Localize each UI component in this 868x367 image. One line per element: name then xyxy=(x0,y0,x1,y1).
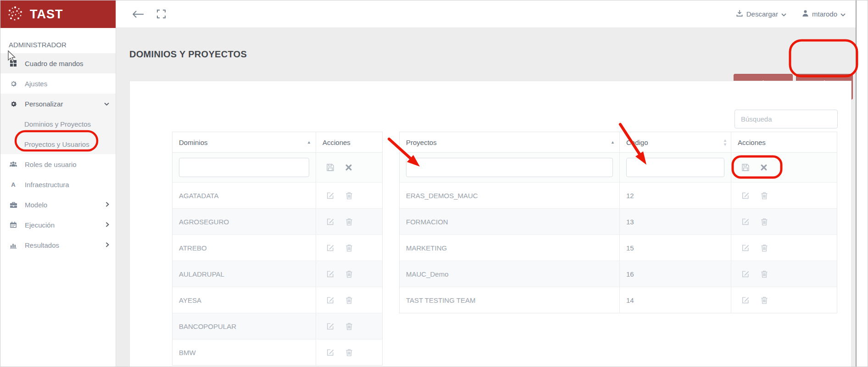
trash-icon[interactable] xyxy=(345,323,353,330)
trash-icon[interactable] xyxy=(345,244,353,252)
dominio-name-cell: AYESA xyxy=(172,287,316,313)
codigo-column-header[interactable]: Codigo ▲▼ xyxy=(619,132,731,152)
row-actions-cell xyxy=(316,183,382,208)
trash-icon[interactable] xyxy=(761,218,768,226)
dominio-row: AGROSEGURO xyxy=(172,208,382,234)
content-card: Dominios ▲ Acciones xyxy=(129,81,851,367)
sidebar: TAST ADMINISTRADOR Cuadro de mandos xyxy=(0,0,116,367)
sidebar-nav: Cuadro de mandos Ajustes Pe xyxy=(0,53,116,255)
users-icon xyxy=(9,161,18,168)
dominios-filter-cell xyxy=(172,153,316,182)
proyecto-code-cell: 14 xyxy=(619,287,731,313)
descargar-label: Descargar xyxy=(746,10,778,18)
clear-filter-icon[interactable] xyxy=(345,164,352,171)
main-content: DOMINIOS Y PROYECTOS + Nuevo dominio + N… xyxy=(116,28,856,367)
sidebar-item-label: Personalizar xyxy=(25,100,63,108)
trash-icon[interactable] xyxy=(761,270,768,278)
proyectos-column-header[interactable]: Proyectos ▲ xyxy=(400,132,619,152)
grid-icon xyxy=(9,60,18,67)
dominios-column-header[interactable]: Dominios ▲ xyxy=(172,132,316,152)
save-icon[interactable] xyxy=(326,163,334,172)
search-input[interactable] xyxy=(734,110,838,128)
dominio-name-cell: BANCOPOPULAR xyxy=(172,313,316,339)
briefcase-icon xyxy=(9,201,18,208)
codigo-filter-input[interactable] xyxy=(626,158,724,177)
dominio-name-cell: AGATADATA xyxy=(172,183,316,208)
edit-icon[interactable] xyxy=(326,217,334,226)
sidebar-subitem-label: Proyectos y Usuarios xyxy=(24,140,89,148)
sidebar-item-ejecucion[interactable]: Ejecución xyxy=(0,215,116,235)
topbar: Descargar mtarodo xyxy=(116,0,856,28)
trash-icon[interactable] xyxy=(761,244,768,252)
sidebar-item-ajustes[interactable]: Ajustes xyxy=(0,73,116,94)
dominio-row: ATREBO xyxy=(172,234,382,261)
edit-icon[interactable] xyxy=(326,244,334,252)
sidebar-subitem-label: Dominios y Proyectos xyxy=(24,120,91,128)
trash-icon[interactable] xyxy=(345,349,353,356)
row-actions-cell xyxy=(316,261,382,287)
sidebar-item-personalizar[interactable]: Personalizar xyxy=(0,94,116,114)
sidebar-subitem-dominios-y-proyectos[interactable]: Dominios y Proyectos xyxy=(0,114,116,134)
brand-logo[interactable]: TAST xyxy=(0,0,116,28)
sidebar-item-infraestructura[interactable]: A Infraestructura xyxy=(0,174,116,195)
chevron-down-icon xyxy=(104,100,109,108)
back-arrow-icon[interactable] xyxy=(132,10,144,18)
save-icon[interactable] xyxy=(741,163,750,172)
edit-icon[interactable] xyxy=(326,270,334,278)
proyectos-filter-input[interactable] xyxy=(406,158,613,177)
sidebar-item-roles-de-usuario[interactable]: Roles de usuario xyxy=(0,154,116,174)
edit-icon[interactable] xyxy=(326,322,334,330)
trash-icon[interactable] xyxy=(345,270,353,278)
dominio-row: AGATADATA xyxy=(172,182,382,208)
trash-icon[interactable] xyxy=(345,218,353,226)
proyecto-name-cell: TAST TESTING TEAM xyxy=(400,287,619,313)
edit-icon[interactable] xyxy=(326,296,334,304)
sidebar-item-modelo[interactable]: Modelo xyxy=(0,195,116,215)
sidebar-item-resultados[interactable]: Resultados xyxy=(0,235,116,255)
clear-filter-icon[interactable] xyxy=(761,164,767,171)
edit-icon[interactable] xyxy=(741,217,750,226)
dominio-row: BANCOPOPULAR xyxy=(172,313,382,339)
sort-asc-icon: ▲ xyxy=(307,140,311,144)
proyecto-code-cell: 16 xyxy=(619,261,731,287)
trash-icon[interactable] xyxy=(761,296,768,304)
proyecto-name-cell: ERAS_DEMOS_MAUC xyxy=(400,183,619,208)
user-menu[interactable]: mtarodo xyxy=(802,10,846,18)
edit-icon[interactable] xyxy=(741,270,750,278)
dominios-filter-input[interactable] xyxy=(179,158,309,177)
chevron-down-icon xyxy=(781,10,786,18)
infrastructure-icon: A xyxy=(9,181,18,188)
edit-icon[interactable] xyxy=(741,296,750,304)
sidebar-item-label: Modelo xyxy=(25,201,47,209)
sidebar-item-label: Roles de usuario xyxy=(25,161,77,168)
barchart-icon xyxy=(9,242,18,249)
sidebar-item-label: Cuadro de mandos xyxy=(25,60,83,67)
edit-icon[interactable] xyxy=(326,348,334,356)
download-icon xyxy=(736,10,743,18)
descargar-menu[interactable]: Descargar xyxy=(736,10,786,18)
sort-both-icon: ▲▼ xyxy=(723,139,727,146)
row-actions-cell xyxy=(316,339,382,365)
brand-sphere-icon xyxy=(6,5,24,24)
proyecto-row: MAUC_Demo16 xyxy=(400,261,837,287)
chevron-right-icon xyxy=(106,221,109,229)
trash-icon[interactable] xyxy=(761,192,768,200)
chevron-down-icon xyxy=(840,10,846,18)
proyectos-filter-cell xyxy=(400,153,619,182)
proyectos-filter-actions xyxy=(731,153,837,182)
row-actions-cell xyxy=(731,261,837,287)
row-actions-cell xyxy=(731,183,837,208)
proyectos-table: Proyectos ▲ Codigo ▲▼ Acciones xyxy=(399,132,837,313)
trash-icon[interactable] xyxy=(345,192,353,200)
edit-icon[interactable] xyxy=(741,191,750,200)
sidebar-item-label: Resultados xyxy=(25,241,59,249)
sidebar-section-label: ADMINISTRADOR xyxy=(9,41,116,49)
edit-icon[interactable] xyxy=(326,191,334,200)
codigo-filter-cell xyxy=(619,153,731,182)
sidebar-subitem-proyectos-y-usuarios[interactable]: Proyectos y Usuarios xyxy=(0,134,116,154)
fullscreen-icon[interactable] xyxy=(157,10,166,18)
trash-icon[interactable] xyxy=(345,296,353,304)
row-actions-cell xyxy=(316,313,382,339)
edit-icon[interactable] xyxy=(741,244,750,252)
sidebar-item-cuadro-de-mandos[interactable]: Cuadro de mandos xyxy=(0,53,116,73)
